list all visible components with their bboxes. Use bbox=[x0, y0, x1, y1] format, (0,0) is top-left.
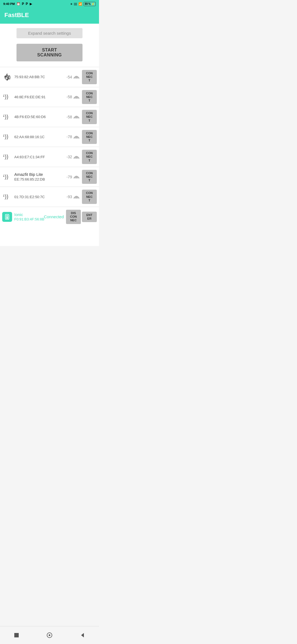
signal-icon bbox=[73, 173, 80, 180]
device-signal: -32 bbox=[67, 154, 80, 160]
parking-icon-1: P bbox=[22, 2, 24, 6]
enter-button[interactable]: ENTER bbox=[82, 212, 97, 222]
device-info: 46:8E:F6:EE:DE:91 bbox=[14, 94, 67, 100]
search-settings-container: Expand search settings bbox=[0, 24, 99, 41]
connect-button[interactable]: CONNECT bbox=[82, 110, 97, 124]
list-item: ꜜ)) A4:83:E7:C1:34:FF -32 CONNECT bbox=[0, 147, 99, 167]
device-info: 4B:F6:ED:5E:60:D6 bbox=[14, 114, 67, 119]
device-mac: 62:AA:68:88:16:1C bbox=[14, 135, 45, 139]
svg-text:ꜜ)): ꜜ)) bbox=[3, 94, 8, 100]
device-signal: -93 bbox=[67, 193, 80, 200]
device-signal: -78 bbox=[67, 133, 80, 140]
svg-text:ꜜ)): ꜜ)) bbox=[3, 174, 8, 180]
device-mac: 46:8E:F6:EE:DE:91 bbox=[14, 95, 45, 99]
list-item: ꜜ)) 4B:F6:ED:5E:60:D6 -58 CONNECT bbox=[0, 107, 99, 127]
battery-indicator: 89 % ⚡ bbox=[84, 2, 96, 6]
signal-icon bbox=[73, 73, 80, 80]
device-list: ✦)) 75:93:82:A8:BB:7C -54 CONNECT ꜜ)) 46… bbox=[0, 67, 99, 227]
signal-rssi: -93 bbox=[67, 195, 72, 199]
connect-button[interactable]: CONNECT bbox=[82, 170, 97, 184]
bluetooth-icon: ꜜ)) bbox=[2, 192, 12, 202]
app-title: FastBLE bbox=[4, 12, 29, 18]
device-signal: -54 bbox=[67, 73, 80, 80]
scan-container: START SCANNING bbox=[0, 41, 99, 67]
signal-icon bbox=[73, 133, 80, 140]
signal-icon bbox=[73, 94, 80, 100]
signal-rssi: -32 bbox=[67, 155, 72, 159]
svg-text:ꜜ)): ꜜ)) bbox=[3, 154, 8, 160]
connect-button[interactable]: CONNECT bbox=[82, 130, 97, 144]
device-mac: 01:7D:31:E2:50:7C bbox=[14, 195, 45, 199]
device-info: Ionic F0:91:B3:4F:56:8B bbox=[14, 212, 44, 222]
bluetooth-icon: ꜜ)) bbox=[2, 92, 12, 102]
device-signal: -79 bbox=[67, 173, 80, 180]
list-item: ✦)) 75:93:82:A8:BB:7C -54 CONNECT bbox=[0, 67, 99, 87]
svg-text:ꜜ)): ꜜ)) bbox=[3, 114, 8, 120]
svg-point-9 bbox=[6, 215, 8, 217]
svg-text:ꜜ)): ꜜ)) bbox=[3, 133, 8, 140]
signal-rssi: -79 bbox=[67, 175, 72, 179]
list-item: ꜜ)) 46:8E:F6:EE:DE:91 -58 CONNECT bbox=[0, 87, 99, 107]
parking-icon-2: P bbox=[26, 2, 28, 6]
device-info: 75:93:82:A8:BB:7C bbox=[14, 74, 67, 80]
device-mac: A4:83:E7:C1:34:FF bbox=[14, 155, 45, 159]
device-name: Amazfit Bip Lite bbox=[14, 172, 67, 177]
connected-status: Connected bbox=[44, 214, 64, 219]
battery-percent: % bbox=[88, 2, 91, 6]
alarm-icon: ⏰ bbox=[16, 2, 20, 6]
list-item: Ionic F0:91:B3:4F:56:8B Connected DISCON… bbox=[0, 207, 99, 227]
connect-button[interactable]: CONNECT bbox=[82, 190, 97, 204]
device-mac: 4B:F6:ED:5E:60:D6 bbox=[14, 115, 46, 119]
svg-text:✦)): ✦)) bbox=[3, 74, 11, 80]
device-info: 01:7D:31:E2:50:7C bbox=[14, 194, 67, 200]
device-name: Ionic bbox=[14, 212, 44, 217]
device-signal: -58 bbox=[67, 94, 80, 100]
svg-rect-8 bbox=[6, 217, 8, 219]
device-info: A4:83:E7:C1:34:FF bbox=[14, 154, 67, 160]
signal-rssi: -78 bbox=[67, 135, 72, 139]
status-right: ∗ |||| 📶 89 % ⚡ bbox=[70, 2, 96, 6]
connect-button[interactable]: CONNECT bbox=[82, 90, 97, 104]
main-content: Expand search settings START SCANNING ✦)… bbox=[0, 24, 99, 246]
signal-rssi: -54 bbox=[67, 75, 72, 79]
connect-button[interactable]: CONNECT bbox=[82, 150, 97, 164]
bluetooth-icon: ✦)) bbox=[2, 72, 12, 82]
time: 9:40 PM bbox=[3, 2, 15, 6]
charging-icon: ⚡ bbox=[91, 2, 95, 6]
device-signal: -58 bbox=[67, 113, 80, 120]
signal-rssi: -58 bbox=[67, 115, 72, 119]
connected-device-icon bbox=[2, 212, 12, 222]
bluetooth-icon: ꜜ)) bbox=[2, 112, 12, 122]
device-mac: EE:75:66:85:22:DB bbox=[14, 177, 45, 181]
device-info: Amazfit Bip Lite EE:75:66:85:22:DB bbox=[14, 172, 67, 182]
disconnect-button[interactable]: DISCONNEC bbox=[66, 210, 81, 224]
signal-icon bbox=[73, 154, 80, 160]
signal-rssi: -58 bbox=[67, 95, 72, 99]
svg-text:ꜜ)): ꜜ)) bbox=[3, 193, 8, 200]
bluetooth-icon: ꜜ)) bbox=[2, 132, 12, 142]
device-mac: F0:91:B3:4F:56:8B bbox=[14, 217, 44, 222]
wifi-icon: 📶 bbox=[78, 2, 82, 6]
list-item: ꜜ)) 62:AA:68:88:16:1C -78 CONNECT bbox=[0, 127, 99, 147]
bluetooth-status-icon: ∗ bbox=[70, 2, 73, 6]
device-mac: 75:93:82:A8:BB:7C bbox=[14, 75, 45, 79]
device-info: 62:AA:68:88:16:1C bbox=[14, 134, 67, 140]
signal-icon bbox=[73, 193, 80, 200]
bluetooth-icon: ꜜ)) bbox=[2, 152, 12, 162]
signal-bars-icon: |||| bbox=[74, 2, 77, 6]
list-item: ꜜ)) Amazfit Bip Lite EE:75:66:85:22:DB -… bbox=[0, 167, 99, 187]
play-icon: ▶ bbox=[30, 2, 32, 6]
status-left: 9:40 PM ⏰ P P ▶ bbox=[3, 2, 32, 6]
app-bar: FastBLE bbox=[0, 8, 99, 24]
status-bar: 9:40 PM ⏰ P P ▶ ∗ |||| 📶 89 % ⚡ bbox=[0, 0, 99, 8]
list-item: ꜜ)) 01:7D:31:E2:50:7C -93 CONNECT bbox=[0, 187, 99, 207]
battery-level: 89 bbox=[85, 2, 88, 6]
bluetooth-icon: ꜜ)) bbox=[2, 172, 12, 182]
signal-icon bbox=[73, 113, 80, 120]
start-scanning-button[interactable]: START SCANNING bbox=[16, 44, 82, 61]
connect-button[interactable]: CONNECT bbox=[82, 70, 97, 84]
expand-search-button[interactable]: Expand search settings bbox=[16, 28, 82, 38]
